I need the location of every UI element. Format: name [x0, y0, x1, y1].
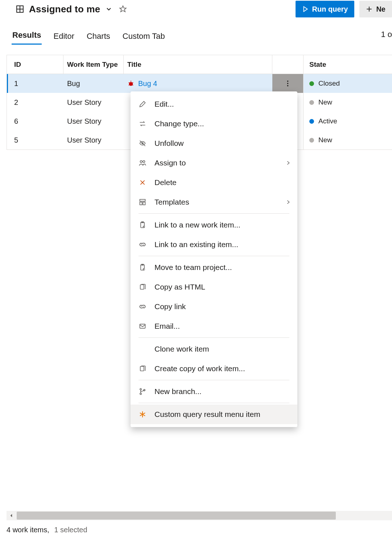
- menu-label: Templates: [154, 198, 189, 206]
- work-item-title-link[interactable]: Bug 4: [138, 79, 157, 88]
- menu-separator: [139, 380, 289, 380]
- menu-link-new[interactable]: Link to a new work item...: [131, 215, 297, 235]
- page-header: Assigned to me Run query Ne: [0, 0, 392, 21]
- clipboard-icon: [139, 221, 147, 229]
- tab-results[interactable]: Results: [12, 30, 42, 45]
- svg-marker-3: [120, 6, 126, 12]
- table-row[interactable]: 1 Bug Bug 4 Closed: [7, 74, 392, 93]
- run-query-button[interactable]: Run query: [296, 1, 355, 17]
- menu-copy-html[interactable]: Copy as HTML: [131, 277, 297, 297]
- new-item-label: Ne: [376, 5, 385, 13]
- svg-rect-32: [140, 324, 145, 328]
- col-header-id[interactable]: ID: [7, 55, 63, 74]
- favorite-star-icon[interactable]: [119, 5, 127, 13]
- menu-unfollow[interactable]: Unfollow: [131, 134, 297, 153]
- menu-custom-query-result[interactable]: Custom query result menu item: [131, 405, 297, 424]
- state-dot-icon: [309, 100, 314, 105]
- menu-label: Copy link: [154, 302, 186, 311]
- col-header-menu: [272, 55, 304, 74]
- chevron-right-icon: [286, 200, 291, 205]
- svg-point-15: [287, 85, 289, 87]
- mail-icon: [139, 323, 147, 330]
- menu-delete[interactable]: Delete: [131, 173, 297, 192]
- query-title[interactable]: Assigned to me: [29, 4, 100, 15]
- cell-type: Bug: [63, 74, 124, 93]
- cell-id: 6: [7, 112, 63, 131]
- menu-separator: [139, 337, 289, 338]
- menu-label: Delete: [154, 178, 177, 187]
- menu-label: Create copy of work item...: [154, 364, 245, 373]
- menu-change-type[interactable]: Change type...: [131, 114, 297, 134]
- row-more-button[interactable]: [272, 74, 304, 93]
- svg-point-34: [140, 389, 141, 390]
- menu-create-copy[interactable]: Create copy of work item...: [131, 359, 297, 378]
- menu-link-existing[interactable]: Link to an existing item...: [131, 235, 297, 254]
- asterisk-icon: [139, 410, 147, 418]
- svg-line-10: [132, 83, 133, 83]
- menu-assign-to[interactable]: Assign to: [131, 153, 297, 173]
- state-label: New: [318, 98, 332, 106]
- tabs-bar: Results Editor Charts Custom Tab 1 o: [0, 21, 392, 45]
- scroll-left-icon[interactable]: [7, 511, 16, 520]
- svg-rect-31: [140, 285, 144, 290]
- col-header-type[interactable]: Work Item Type: [63, 55, 124, 74]
- svg-rect-33: [140, 366, 144, 371]
- swap-icon: [139, 120, 147, 127]
- menu-edit[interactable]: Edit...: [131, 94, 297, 114]
- grid-view-icon[interactable]: [16, 5, 24, 13]
- menu-email[interactable]: Email...: [131, 316, 297, 336]
- status-bar: 4 work items, 1 selected: [7, 526, 87, 534]
- menu-label: Link to an existing item...: [154, 240, 238, 249]
- svg-point-18: [140, 161, 143, 163]
- svg-rect-23: [140, 202, 142, 205]
- menu-label: New branch...: [154, 387, 202, 396]
- menu-label: Unfollow: [154, 139, 184, 148]
- menu-move-team-project[interactable]: Move to team project...: [131, 258, 297, 277]
- unfollow-icon: [139, 140, 147, 147]
- cell-id: 2: [7, 93, 63, 112]
- table-header-row: ID Work Item Type Title State: [7, 55, 392, 74]
- svg-point-13: [287, 81, 289, 82]
- svg-marker-40: [11, 514, 12, 517]
- svg-point-19: [143, 161, 145, 163]
- template-icon: [139, 198, 147, 206]
- run-query-label: Run query: [312, 5, 348, 13]
- horizontal-scrollbar[interactable]: [7, 511, 392, 520]
- cell-state: Closed: [304, 74, 392, 93]
- cell-state: New: [304, 131, 392, 149]
- state-label: Closed: [318, 79, 340, 87]
- scroll-thumb[interactable]: [17, 512, 336, 520]
- new-item-button[interactable]: Ne: [359, 1, 392, 17]
- svg-point-35: [140, 393, 141, 394]
- link-icon: [139, 303, 147, 310]
- results-counter: 1 o: [381, 30, 392, 39]
- copy-icon: [139, 283, 147, 291]
- tab-editor[interactable]: Editor: [53, 32, 75, 45]
- menu-copy-link[interactable]: Copy link: [131, 297, 297, 316]
- menu-new-branch[interactable]: New branch...: [131, 382, 297, 401]
- svg-marker-4: [304, 7, 307, 12]
- menu-label: Link to a new work item...: [154, 221, 240, 229]
- tab-custom-tab[interactable]: Custom Tab: [122, 32, 166, 45]
- col-header-state[interactable]: State: [304, 55, 392, 74]
- menu-clone[interactable]: Clone work item: [131, 339, 297, 359]
- cell-type: User Story: [63, 93, 124, 112]
- cell-title[interactable]: Bug 4: [124, 74, 272, 93]
- cell-type: User Story: [63, 131, 124, 149]
- menu-label: Move to team project...: [154, 263, 232, 272]
- svg-line-11: [129, 85, 130, 85]
- col-header-title[interactable]: Title: [124, 55, 272, 74]
- more-icon: [287, 80, 289, 87]
- menu-templates[interactable]: Templates: [131, 192, 297, 212]
- state-label: New: [318, 136, 332, 144]
- tab-charts[interactable]: Charts: [86, 32, 111, 45]
- menu-label: Clone work item: [154, 345, 209, 353]
- work-item-context-menu: Edit... Change type... Unfollow Assign t…: [131, 91, 297, 427]
- menu-label: Edit...: [154, 100, 174, 108]
- menu-label: Assign to: [154, 159, 186, 167]
- menu-label: Email...: [154, 322, 180, 331]
- cell-state: Active: [304, 112, 392, 131]
- chevron-down-icon[interactable]: [105, 5, 112, 13]
- link-icon: [139, 241, 147, 248]
- menu-separator: [139, 256, 289, 256]
